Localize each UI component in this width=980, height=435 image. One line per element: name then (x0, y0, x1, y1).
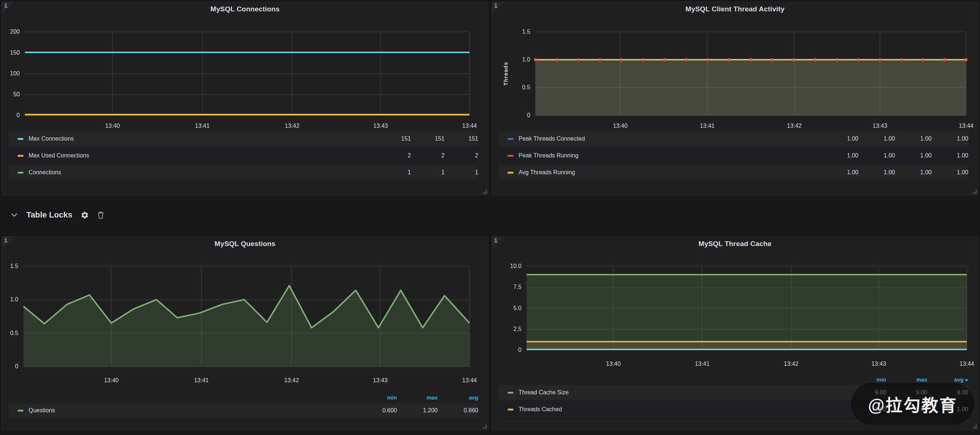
legend-value: 1.00 (932, 135, 968, 142)
legend-header-max[interactable]: max (886, 376, 927, 383)
y-axis-tick-label: 0 (2, 363, 18, 370)
x-axis-tick-label: 13:41 (194, 377, 209, 384)
legend-header-max[interactable]: max (397, 394, 438, 400)
legend-series-label[interactable]: Connections (29, 169, 61, 176)
x-axis-tick-label: 13:42 (284, 377, 299, 384)
panel-resize-handle[interactable] (973, 190, 977, 194)
legend-value: 151 (377, 135, 411, 142)
section-row-table-locks: Table Locks (2, 202, 104, 228)
legend-series-swatch-icon[interactable] (508, 138, 514, 140)
panel-mysql-connections: i MySQL Connections 05010015020013:4013:… (2, 2, 488, 195)
y-axis-tick-label: 1.0 (492, 56, 530, 64)
panel-title[interactable]: MySQL Client Thread Activity (492, 5, 978, 13)
x-axis-tick-label: 13:41 (695, 360, 710, 368)
legend-row: Peak Threads Running1.001.001.001.00 (499, 148, 968, 163)
chart-mysql-questions[interactable] (24, 266, 469, 367)
legend-value: 1.00 (858, 169, 895, 176)
legend-series-swatch-icon[interactable] (18, 172, 24, 173)
x-axis-tick-label: 13:44 (462, 122, 477, 130)
legend-header-min[interactable]: min (356, 394, 397, 400)
panel-title[interactable]: MySQL Connections (2, 5, 488, 13)
legend-value: 1.00 (822, 152, 858, 159)
chart-mysql-client-thread-activity[interactable] (535, 32, 966, 115)
x-axis-tick-label: 13:40 (613, 122, 628, 130)
legend-series-label[interactable]: Max Connections (29, 135, 74, 142)
y-axis-tick-label: 1.5 (492, 28, 530, 35)
section-title[interactable]: Table Locks (26, 210, 73, 220)
legend-value: 2 (411, 152, 445, 159)
panel-title[interactable]: MySQL Questions (2, 240, 488, 248)
legend-value: 0.860 (438, 407, 478, 414)
legend-value: 1 (377, 169, 411, 176)
y-axis-tick-label: 10.0 (492, 262, 522, 270)
legend-header-avg[interactable]: avg (438, 394, 478, 400)
legend-value: 1.200 (397, 407, 438, 414)
y-axis-tick-label: 0 (492, 112, 530, 119)
info-icon: i (4, 237, 8, 244)
panel-resize-handle[interactable] (483, 424, 487, 429)
watermark-text: @拉勾教育 (868, 392, 957, 416)
legend-series-swatch-icon[interactable] (18, 155, 24, 157)
x-axis-tick-label: 13:42 (784, 360, 799, 368)
y-axis-tick-label: 0.5 (2, 330, 18, 337)
legend-series-swatch-icon[interactable] (18, 138, 24, 140)
legend-series-swatch-icon[interactable] (508, 409, 514, 410)
y-axis-tick-label: 150 (2, 49, 20, 56)
legend-value: 1.00 (822, 135, 858, 142)
legend-value: 1.00 (895, 169, 932, 176)
chart-mysql-thread-cache[interactable] (527, 266, 967, 350)
chart-mysql-connections[interactable] (25, 32, 469, 115)
legend-series-label[interactable]: Thread Cache Size (519, 389, 569, 396)
legend-header-min[interactable]: min (845, 376, 886, 383)
legend-series-label[interactable]: Avg Threads Running (519, 169, 575, 176)
legend-value: 1.00 (822, 169, 858, 176)
legend-series-label[interactable]: Peak Threads Connected (519, 135, 585, 142)
legend-row: Max Used Connections222 (9, 148, 478, 163)
legend-series-swatch-icon[interactable] (508, 172, 514, 173)
y-axis-tick-label: 0 (492, 346, 522, 354)
y-axis-tick-label: 1.5 (2, 262, 18, 270)
sort-caret-icon (965, 379, 968, 381)
dashboard-row-top: i MySQL Connections 05010015020013:4013:… (2, 2, 978, 195)
panel-resize-handle[interactable] (973, 424, 977, 429)
legend-series-swatch-icon[interactable] (508, 392, 514, 394)
x-axis-tick-label: 13:40 (105, 122, 120, 130)
x-axis-tick-label: 13:43 (373, 122, 388, 130)
y-axis-label: Threads (503, 32, 509, 115)
x-axis-tick-label: 13:43 (373, 377, 387, 384)
y-axis-tick-label: 7.5 (492, 283, 522, 291)
legend-row: Connections111 (9, 165, 478, 180)
legend-series-label[interactable]: Peak Threads Running (519, 152, 578, 159)
legend-row: Avg Threads Running1.001.001.001.00 (499, 165, 968, 180)
y-axis-tick-label: 100 (2, 70, 20, 77)
legend-series-swatch-icon[interactable] (508, 155, 514, 157)
legend-series-label[interactable]: Max Used Connections (29, 152, 89, 159)
legend-value: 1.00 (895, 152, 932, 159)
section-delete-trash-icon[interactable] (97, 211, 104, 219)
legend: minmaxavgQuestions0.6001.2000.860 (9, 393, 478, 420)
watermark-badge: @拉勾教育 (851, 383, 974, 425)
x-axis-tick-label: 13:40 (104, 377, 119, 384)
legend-value: 1 (411, 169, 445, 176)
legend-value: 1.00 (858, 135, 895, 142)
legend-value: 2 (445, 152, 478, 159)
legend-series-swatch-icon[interactable] (18, 410, 24, 411)
legend-value: 1 (445, 169, 478, 176)
panel-resize-handle[interactable] (483, 190, 487, 194)
legend: Peak Threads Connected1.001.001.001.00Pe… (499, 132, 968, 182)
panel-title[interactable]: MySQL Thread Cache (492, 240, 978, 248)
x-axis-tick-label: 13:43 (873, 122, 887, 130)
legend: Max Connections151151151Max Used Connect… (9, 132, 478, 182)
x-axis-tick-label: 13:41 (195, 122, 210, 130)
section-collapse-chevron-icon[interactable] (10, 211, 18, 219)
legend-value: 2 (377, 152, 411, 159)
legend-row: Questions0.6001.2000.860 (9, 403, 478, 418)
y-axis-tick-label: 5.0 (492, 305, 522, 312)
legend-header-avg[interactable]: avg (927, 376, 968, 383)
legend-value: 151 (411, 135, 445, 142)
x-axis-tick-label: 13:44 (959, 360, 974, 368)
x-axis-tick-label: 13:42 (285, 122, 299, 130)
legend-series-label[interactable]: Questions (29, 407, 55, 414)
legend-series-label[interactable]: Threads Cached (519, 406, 562, 413)
section-settings-gear-icon[interactable] (81, 211, 89, 219)
